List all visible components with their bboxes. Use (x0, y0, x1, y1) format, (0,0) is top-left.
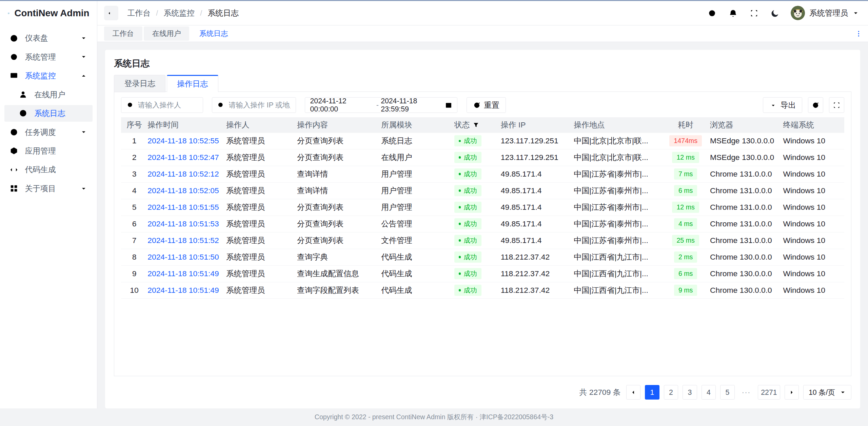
sidebar-item-gear[interactable]: 系统管理 (4, 49, 93, 65)
log-time-link[interactable]: 2024-11-18 10:52:05 (147, 186, 219, 195)
row-index: 2 (121, 153, 147, 162)
pagination-page-button[interactable]: 2 (664, 385, 678, 399)
log-time-link[interactable]: 2024-11-18 10:51:49 (147, 286, 219, 295)
breadcrumb-item[interactable]: 系统监控 (164, 8, 195, 18)
pagination-page-button[interactable]: 5 (720, 385, 734, 399)
calendar-icon (445, 101, 452, 109)
sidebar-item-user[interactable]: 在线用户 (4, 86, 93, 103)
page-tabbar: 工作台在线用户系统日志 (97, 25, 868, 42)
ip-search-field[interactable] (212, 97, 296, 113)
row-browser: Chrome 131.0.0.0 (710, 203, 783, 212)
chevron-right-icon (788, 389, 795, 396)
chevron-down-icon (840, 389, 846, 396)
chevron-left-icon (630, 389, 637, 396)
row-index: 10 (121, 286, 147, 295)
header: 工作台 / 系统监控 / 系统日志 (97, 1, 868, 25)
row-location: 中国|江西省|九江市|... (574, 268, 661, 279)
pagination-page-button[interactable]: 1 (645, 385, 659, 399)
pagination-page-button[interactable]: 4 (702, 385, 716, 399)
tab-login-log[interactable]: 登录日志 (114, 75, 165, 92)
brand-logo[interactable]: ContiNew Admin (0, 1, 97, 25)
row-index: 9 (121, 269, 147, 278)
pagination-next-button[interactable] (785, 385, 799, 399)
row-browser: Chrome 131.0.0.0 (710, 236, 783, 245)
table-row: 6 2024-11-18 10:51:53 系统管理员 分页查询列表 公告管理 … (121, 216, 845, 232)
row-location: 中国|江苏省|泰州市|... (574, 169, 661, 179)
sidebar-item-clock[interactable]: 系统日志 (4, 105, 93, 122)
pagination-page-button[interactable]: 2271 (758, 385, 780, 399)
app-root: ContiNew Admin 仪表盘 系统管理 系统监控 在线用户 系统日志 任… (0, 0, 868, 426)
user-menu[interactable]: 系统管理员 (791, 6, 859, 20)
row-location: 中国|江苏省|泰州市|... (574, 185, 661, 196)
row-ip: 49.85.171.4 (501, 186, 574, 195)
log-time-link[interactable]: 2024-11-18 10:52:55 (147, 136, 219, 145)
log-time-link[interactable]: 2024-11-18 10:51:52 (147, 236, 219, 245)
status-dot (459, 239, 461, 242)
export-button[interactable]: 导出 (763, 97, 802, 113)
settings-button[interactable] (706, 7, 717, 19)
row-content: 分页查询列表 (297, 219, 381, 229)
filter-icon[interactable] (473, 122, 479, 128)
log-time-link[interactable]: 2024-11-18 10:52:12 (147, 169, 219, 179)
grid-icon (9, 184, 18, 193)
open-page-tab[interactable]: 工作台 (104, 26, 142, 41)
table-fullscreen-button[interactable] (829, 97, 845, 113)
pagination-prev-button[interactable] (626, 385, 640, 399)
brand-name: ContiNew Admin (15, 8, 90, 19)
status-badge: 成功 (454, 235, 481, 246)
tab-actions-menu[interactable] (854, 28, 864, 38)
row-index: 8 (121, 252, 147, 262)
pagination-page-button[interactable]: 3 (683, 385, 697, 399)
log-time-link[interactable]: 2024-11-18 10:51:49 (147, 269, 219, 278)
row-module: 用户管理 (381, 185, 454, 196)
col-index: 序号 (121, 120, 147, 130)
status-dot (459, 289, 461, 291)
operator-search-input[interactable] (138, 101, 198, 109)
operator-search-field[interactable] (121, 97, 203, 113)
sidebar-collapse-button[interactable] (104, 6, 118, 20)
table-row: 5 2024-11-18 10:51:55 系统管理员 分页查询列表 用户管理 … (121, 199, 845, 216)
refresh-table-button[interactable] (808, 97, 824, 113)
open-page-tab[interactable]: 在线用户 (144, 26, 189, 41)
row-index: 5 (121, 203, 147, 212)
row-module: 公告管理 (381, 219, 454, 229)
table-body: 1 2024-11-18 10:52:55 系统管理员 分页查询列表 系统日志 … (121, 133, 845, 299)
dark-mode-toggle[interactable] (770, 7, 781, 19)
pagination-ellipsis[interactable]: ··· (739, 385, 753, 399)
breadcrumb-item[interactable]: 工作台 (127, 8, 151, 18)
log-time-link[interactable]: 2024-11-18 10:51:55 (147, 203, 219, 212)
breadcrumb: 工作台 / 系统监控 / 系统日志 (127, 8, 238, 18)
row-os: Windows 10 (783, 252, 844, 262)
sidebar-item-monitor[interactable]: 系统监控 (4, 67, 93, 84)
row-content: 查询详情 (297, 185, 381, 196)
fullscreen-button[interactable] (749, 7, 760, 19)
table-row: 2 2024-11-18 10:52:47 系统管理员 分页查询列表 在线用户 … (121, 149, 845, 166)
sidebar-item-grid[interactable]: 关于项目 (4, 180, 93, 197)
tab-operation-log[interactable]: 操作日志 (167, 75, 218, 92)
row-ip: 49.85.171.4 (501, 169, 574, 179)
sidebar-item-code[interactable]: 代码生成 (4, 162, 93, 178)
chevron-down-icon (80, 35, 87, 42)
row-module: 用户管理 (381, 202, 454, 212)
status-dot (459, 173, 461, 175)
row-operator: 系统管理员 (226, 285, 297, 296)
page-size-select[interactable]: 10 条/页 (803, 385, 851, 399)
reset-button[interactable]: 重置 (467, 97, 506, 113)
row-operator: 系统管理员 (226, 152, 297, 163)
ip-search-input[interactable] (229, 101, 291, 109)
sidebar-item-cube[interactable]: 应用管理 (4, 143, 93, 159)
col-operator: 操作人 (226, 120, 297, 130)
log-time-link[interactable]: 2024-11-18 10:51:50 (147, 252, 219, 262)
row-module: 用户管理 (381, 169, 454, 179)
sidebar-item-dashboard[interactable]: 仪表盘 (4, 30, 93, 46)
date-start-value: 2024-11-12 00:00:00 (310, 97, 374, 113)
dashboard-icon (9, 34, 18, 43)
notifications-button[interactable] (728, 7, 739, 19)
log-time-link[interactable]: 2024-11-18 10:51:53 (147, 219, 219, 228)
open-page-tab[interactable]: 系统日志 (191, 26, 236, 41)
date-range-picker[interactable]: 2024-11-12 00:00:00 - 2024-11-18 23:59:5… (305, 97, 458, 113)
sidebar-item-schedule[interactable]: 任务调度 (4, 124, 93, 141)
log-time-link[interactable]: 2024-11-18 10:52:47 (147, 153, 219, 162)
row-browser: Chrome 131.0.0.0 (710, 169, 783, 179)
bell-icon (729, 9, 737, 18)
